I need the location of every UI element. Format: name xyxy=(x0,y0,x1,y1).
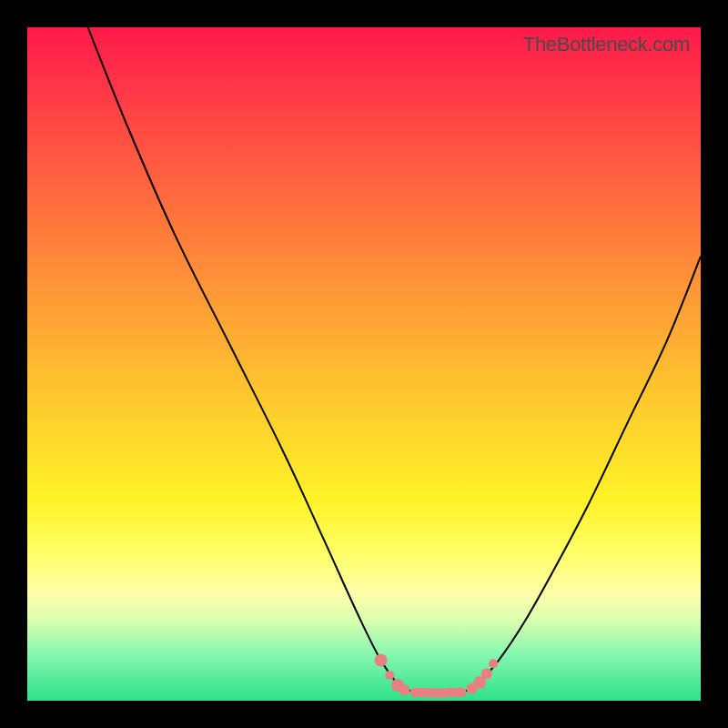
left-curve xyxy=(88,27,401,689)
plot-area: TheBottleneck.com xyxy=(27,27,701,701)
marker-dot xyxy=(399,684,410,695)
chart-frame: TheBottleneck.com xyxy=(0,0,728,728)
marker-dot xyxy=(481,668,492,679)
bottom-dash-group xyxy=(415,693,462,693)
marker-dot xyxy=(489,659,498,668)
marker-dot xyxy=(385,671,394,680)
marker-dot xyxy=(375,654,388,667)
right-curve xyxy=(475,257,701,688)
curve-layer xyxy=(27,27,701,701)
